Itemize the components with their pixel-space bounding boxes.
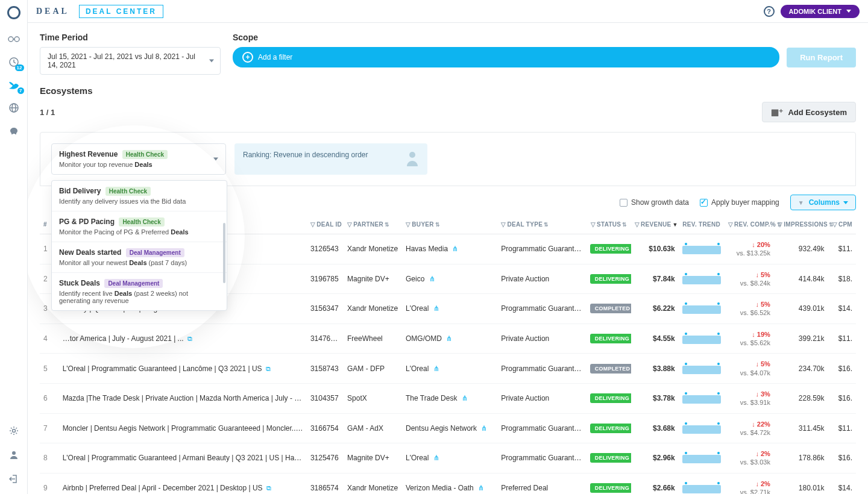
add-filter-button[interactable]: + Add a filter: [233, 47, 779, 67]
svg-point-0: [8, 37, 13, 42]
ecosystems-title: Ecosystems: [40, 86, 856, 96]
col-status[interactable]: ▽STATUS⇅: [587, 215, 631, 234]
ecosystem-option[interactable]: Bid Delivery Health CheckIdentify any de…: [52, 181, 227, 211]
client-menu[interactable]: ADOMIK CLIENT: [781, 5, 860, 18]
chevron-down-icon: [846, 10, 851, 13]
brand-name: DEAL: [36, 7, 69, 16]
table-row[interactable]: 9Airbnb | Preferred Deal | April - Decem…: [40, 473, 856, 494]
col-buyer[interactable]: ▽BUYER⇅: [402, 215, 497, 234]
scope-label: Scope: [233, 33, 856, 42]
network-icon: ⋔: [433, 454, 439, 462]
col-comp[interactable]: ▽REV. COMP.%⇅: [725, 215, 774, 234]
ecosystem-ranking: Ranking: Revenue in descending order: [234, 143, 427, 175]
person-icon: [403, 149, 421, 167]
col-partner[interactable]: ▽PARTNER⇅: [344, 215, 402, 234]
network-icon: ⋔: [446, 334, 452, 343]
network-icon: ⋔: [433, 364, 439, 373]
show-growth-checkbox[interactable]: Show growth data: [620, 198, 689, 207]
table-row[interactable]: 7Moncler | Dentsu Aegis Network | Progra…: [40, 413, 856, 443]
col-dealid[interactable]: ▽DEAL ID: [307, 215, 344, 234]
user-icon[interactable]: [6, 447, 22, 463]
external-link-icon[interactable]: ⧉: [187, 335, 192, 342]
plus-icon: +: [242, 52, 253, 63]
add-ecosystem-label: Add Ecosystem: [788, 108, 847, 117]
gear-icon[interactable]: [6, 423, 22, 439]
logout-icon[interactable]: [6, 471, 22, 487]
logo-icon: [7, 6, 20, 19]
svg-point-1: [14, 37, 19, 42]
table-row[interactable]: 6Mazda |The Trade Desk | Private Auction…: [40, 383, 856, 413]
bird-icon[interactable]: 7: [6, 77, 22, 93]
svg-point-7: [409, 152, 415, 158]
clock-icon[interactable]: 12: [6, 54, 22, 70]
network-icon: ⋔: [462, 394, 468, 402]
network-icon: ⋔: [433, 304, 439, 313]
col-dealtype[interactable]: ▽DEAL TYPE⇅: [497, 215, 587, 234]
client-name: ADOMIK CLIENT: [789, 8, 841, 15]
network-icon: ⋔: [452, 245, 458, 253]
ecosystem-dropdown: Bid Delivery Health CheckIdentify any de…: [51, 180, 227, 311]
glasses-icon[interactable]: [6, 31, 22, 47]
table-row[interactable]: 5L'Oreal | Programmatic Guaranteed | Lan…: [40, 354, 856, 384]
ecosystem-option[interactable]: Stuck Deals Deal ManagementIdentify rece…: [52, 273, 227, 310]
add-ecosystem-button[interactable]: ▦⁺ Add Ecosystem: [762, 102, 856, 122]
network-icon: ⋔: [478, 484, 484, 492]
external-link-icon[interactable]: ⧉: [266, 365, 271, 372]
add-widget-icon: ▦⁺: [771, 107, 783, 117]
table-row[interactable]: 8L'Oreal | Programmatic Guaranteed | Arm…: [40, 443, 856, 474]
apply-buyer-mapping-checkbox[interactable]: Apply buyer mapping: [700, 198, 779, 207]
ecosystem-option[interactable]: PG & PD Pacing Health CheckMonitor the P…: [52, 211, 227, 242]
external-link-icon[interactable]: ⧉: [266, 484, 271, 492]
col-revenue[interactable]: ▽REVENUE▼: [631, 215, 679, 234]
ecosystems-count: 1 / 1: [40, 108, 55, 117]
clock-badge: 12: [15, 64, 24, 71]
ecosystem-selected-desc: Monitor your top revenue Deals: [59, 161, 209, 168]
left-sidebar: 12 7: [0, 0, 28, 494]
topbar: DEAL DEAL CENTER ? ADOMIK CLIENT: [28, 0, 868, 23]
ecosystem-selected-tag: Health Check: [122, 150, 168, 159]
network-icon: ⋔: [429, 275, 435, 283]
chevron-down-icon: [843, 201, 848, 204]
network-icon: ⋔: [481, 424, 487, 433]
ecosystem-select[interactable]: Highest Revenue Health Check Monitor you…: [51, 143, 226, 175]
columns-button[interactable]: ▼ Columns: [790, 195, 856, 210]
table-row[interactable]: 4…tor America | July - August 2021 | ...…: [40, 324, 856, 354]
col-cpm[interactable]: ▽CPM: [828, 215, 856, 234]
svg-point-5: [12, 430, 15, 433]
piggy-icon[interactable]: [6, 123, 22, 139]
time-period-label: Time Period: [40, 33, 221, 42]
run-report-button[interactable]: Run Report: [787, 48, 856, 67]
help-icon[interactable]: ?: [764, 6, 775, 17]
col-trend[interactable]: REV. TREND: [679, 215, 725, 234]
dropdown-scrollbar[interactable]: [223, 223, 225, 283]
col-impressions[interactable]: ▽IMPRESSIONS⇅: [774, 215, 828, 234]
time-period-select[interactable]: Jul 15, 2021 - Jul 21, 2021 vs Jul 8, 20…: [40, 47, 221, 75]
ecosystem-option[interactable]: New Deals started Deal ManagementMonitor…: [52, 242, 227, 273]
globe-icon[interactable]: [6, 100, 22, 116]
bird-badge: 7: [17, 87, 24, 94]
add-filter-label: Add a filter: [258, 53, 292, 61]
funnel-icon: ▼: [798, 199, 804, 206]
svg-point-6: [12, 451, 16, 455]
brand-sub: DEAL CENTER: [79, 5, 163, 18]
checkbox-checked-icon: [700, 199, 708, 207]
ecosystem-selected-title: Highest Revenue: [59, 150, 118, 158]
checkbox-icon: [620, 199, 627, 207]
